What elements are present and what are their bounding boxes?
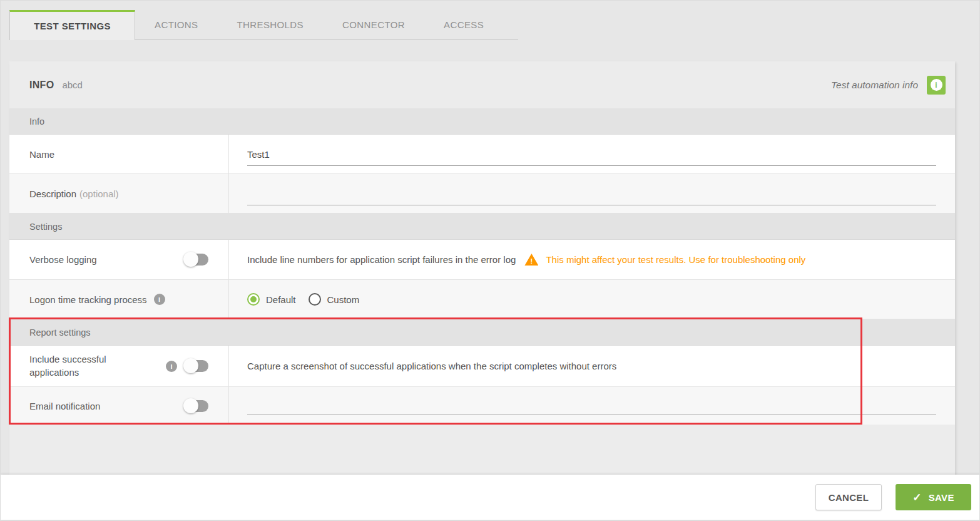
test-settings-panel: INFO abcd Test automation info i Info Na… — [9, 61, 955, 475]
tab-thresholds[interactable]: THRESHOLDS — [217, 10, 323, 39]
warning-icon: ! — [524, 254, 538, 266]
cancel-button[interactable]: CANCEL — [815, 484, 882, 510]
radio-option-custom[interactable]: Custom — [309, 293, 360, 306]
description-row: Description (optional) — [9, 174, 955, 214]
footer-bar: CANCEL ✓ SAVE — [1, 475, 980, 520]
verbose-logging-description: Include line numbers for application scr… — [247, 254, 516, 265]
section-header-info: Info — [9, 108, 955, 135]
email-notification-row: Email notification — [9, 387, 955, 425]
verbose-logging-label: Verbose logging — [29, 254, 97, 265]
logon-tracking-row: Logon time tracking process i Default Cu… — [9, 280, 955, 319]
info-icon: i — [931, 79, 942, 91]
name-input[interactable] — [247, 149, 936, 165]
description-input[interactable] — [247, 188, 936, 205]
save-button-label: SAVE — [929, 492, 954, 503]
test-automation-info-label: Test automation info — [831, 80, 918, 91]
verbose-logging-warning: This might affect your test results. Use… — [546, 254, 805, 265]
email-notification-label: Email notification — [29, 401, 100, 411]
include-successful-row: Include successful applications i Captur… — [9, 346, 955, 387]
radio-selected-icon — [247, 293, 260, 306]
name-row: Name — [9, 135, 955, 174]
tab-access[interactable]: ACCESS — [424, 10, 503, 39]
radio-default-label: Default — [266, 294, 296, 305]
panel-subtitle: abcd — [62, 80, 83, 90]
email-notification-input[interactable] — [247, 398, 936, 415]
section-header-settings: Settings — [9, 214, 955, 240]
verbose-logging-toggle[interactable] — [185, 254, 208, 266]
tab-test-settings[interactable]: TEST SETTINGS — [9, 10, 135, 40]
description-optional-label: (optional) — [79, 188, 119, 199]
include-successful-toggle[interactable] — [185, 360, 208, 372]
logon-info-icon[interactable]: i — [154, 294, 165, 305]
include-successful-label: Include successful applications — [29, 353, 142, 379]
toggle-knob-icon — [183, 358, 198, 373]
description-label: Description — [29, 188, 76, 199]
logon-tracking-label: Logon time tracking process — [29, 294, 147, 305]
toggle-knob-icon — [183, 252, 198, 267]
email-notification-toggle[interactable] — [185, 400, 208, 412]
panel-header: INFO abcd Test automation info i — [9, 61, 955, 108]
tab-bar: TEST SETTINGS ACTIONS THRESHOLDS CONNECT… — [9, 10, 518, 40]
section-header-report-settings: Report settings — [9, 319, 955, 346]
include-successful-description: Capture a screenshot of successful appli… — [247, 361, 616, 371]
tab-connector[interactable]: CONNECTOR — [323, 10, 424, 39]
verbose-logging-row: Verbose logging Include line numbers for… — [9, 240, 955, 280]
test-automation-info-button[interactable]: i — [927, 76, 946, 95]
save-button[interactable]: ✓ SAVE — [896, 484, 971, 510]
include-successful-info-icon[interactable]: i — [166, 361, 177, 372]
radio-unselected-icon — [309, 293, 321, 306]
tab-actions[interactable]: ACTIONS — [135, 10, 217, 39]
radio-custom-label: Custom — [327, 294, 360, 305]
name-label: Name — [9, 135, 229, 173]
toggle-knob-icon — [183, 398, 198, 413]
panel-title: INFO — [29, 80, 54, 91]
check-icon: ✓ — [912, 491, 922, 504]
radio-option-default[interactable]: Default — [247, 293, 296, 306]
